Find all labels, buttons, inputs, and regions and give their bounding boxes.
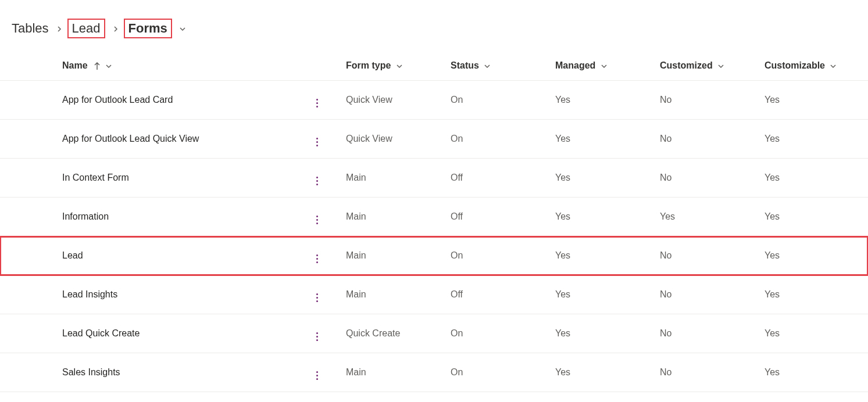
table-row[interactable]: Sales InsightsMainOnYesNoYes	[0, 353, 868, 392]
chevron-down-icon	[601, 63, 608, 70]
table-row[interactable]: App for Outlook Lead CardQuick ViewOnYes…	[0, 81, 868, 120]
table-row[interactable]: Lead InsightsMainOffYesNoYes	[0, 275, 868, 314]
chevron-down-icon	[830, 63, 837, 70]
column-label: Customizable	[765, 60, 825, 70]
row-actions-cell	[306, 120, 341, 159]
row-select-cell[interactable]	[0, 353, 62, 392]
customized-cell: No	[655, 81, 760, 120]
form-name[interactable]: Lead Quick Create	[62, 314, 306, 353]
customizable-cell: Yes	[760, 81, 868, 120]
column-label: Customized	[660, 60, 713, 70]
breadcrumb: Tables Lead Forms	[0, 0, 868, 52]
column-header-status[interactable]: Status	[446, 52, 551, 81]
column-header-formtype[interactable]: Form type	[341, 52, 446, 81]
customizable-cell: Yes	[760, 159, 868, 198]
column-header-select[interactable]	[0, 52, 62, 81]
table-row[interactable]: Lead Quick CreateQuick CreateOnYesNoYes	[0, 314, 868, 353]
customized-cell: No	[655, 159, 760, 198]
customizable-cell: Yes	[760, 236, 868, 275]
status-cell: Off	[446, 159, 551, 198]
status-cell: On	[446, 314, 551, 353]
status-cell: Off	[446, 198, 551, 236]
row-actions-cell	[306, 81, 341, 120]
column-header-customizable[interactable]: Customizable	[760, 52, 868, 81]
form-type-cell: Main	[341, 236, 446, 275]
form-name[interactable]: Information	[62, 198, 306, 236]
status-cell: Off	[446, 275, 551, 314]
table-row[interactable]: App for Outlook Lead Quick ViewQuick Vie…	[0, 120, 868, 159]
managed-cell: Yes	[551, 353, 655, 392]
row-select-cell[interactable]	[0, 314, 62, 353]
customizable-cell: Yes	[760, 198, 868, 236]
managed-cell: Yes	[551, 159, 655, 198]
customized-cell: No	[655, 236, 760, 275]
chevron-down-icon	[717, 63, 724, 70]
status-cell: On	[446, 353, 551, 392]
row-select-cell[interactable]	[0, 120, 62, 159]
breadcrumb-tables[interactable]: Tables	[12, 21, 49, 36]
managed-cell: Yes	[551, 314, 655, 353]
form-type-cell: Main	[341, 159, 446, 198]
more-actions-icon[interactable]	[311, 99, 323, 107]
row-select-cell[interactable]	[0, 236, 62, 275]
customizable-cell: Yes	[760, 353, 868, 392]
customized-cell: No	[655, 314, 760, 353]
column-header-actions	[306, 52, 341, 81]
table-row[interactable]: LeadMainOnYesNoYes	[0, 236, 868, 275]
row-actions-cell	[306, 275, 341, 314]
chevron-right-icon	[53, 23, 63, 34]
status-cell: On	[446, 120, 551, 159]
form-name[interactable]: App for Outlook Lead Card	[62, 81, 306, 120]
chevron-down-icon	[396, 63, 403, 70]
column-label: Status	[451, 60, 479, 70]
column-header-customized[interactable]: Customized	[655, 52, 760, 81]
forms-table: Name Form type Status Managed	[0, 52, 868, 392]
managed-cell: Yes	[551, 275, 655, 314]
form-name[interactable]: Sales Insights	[62, 353, 306, 392]
customizable-cell: Yes	[760, 314, 868, 353]
status-cell: On	[446, 81, 551, 120]
more-actions-icon[interactable]	[311, 371, 323, 380]
breadcrumb-entity[interactable]: Lead	[67, 19, 105, 38]
row-select-cell[interactable]	[0, 198, 62, 236]
customized-cell: No	[655, 353, 760, 392]
chevron-right-icon	[110, 23, 119, 34]
more-actions-icon[interactable]	[311, 293, 323, 302]
customized-cell: No	[655, 120, 760, 159]
customized-cell: No	[655, 275, 760, 314]
column-label: Form type	[346, 60, 391, 70]
form-name[interactable]: App for Outlook Lead Quick View	[62, 120, 306, 159]
form-type-cell: Quick View	[341, 120, 446, 159]
customizable-cell: Yes	[760, 275, 868, 314]
chevron-down-icon	[105, 63, 112, 70]
table-row[interactable]: InformationMainOffYesYesYes	[0, 198, 868, 236]
table-row[interactable]: In Context FormMainOffYesNoYes	[0, 159, 868, 198]
more-actions-icon[interactable]	[311, 177, 323, 185]
form-type-cell: Quick Create	[341, 314, 446, 353]
customizable-cell: Yes	[760, 120, 868, 159]
form-type-cell: Main	[341, 198, 446, 236]
more-actions-icon[interactable]	[311, 254, 323, 263]
more-actions-icon[interactable]	[311, 332, 323, 341]
customized-cell: Yes	[655, 198, 760, 236]
column-header-name[interactable]: Name	[62, 52, 306, 81]
row-select-cell[interactable]	[0, 81, 62, 120]
row-actions-cell	[306, 353, 341, 392]
chevron-down-icon[interactable]	[177, 21, 186, 36]
row-select-cell[interactable]	[0, 159, 62, 198]
column-header-managed[interactable]: Managed	[551, 52, 655, 81]
form-name[interactable]: Lead Insights	[62, 275, 306, 314]
row-actions-cell	[306, 236, 341, 275]
row-actions-cell	[306, 159, 341, 198]
sort-ascending-icon	[94, 62, 101, 70]
form-name[interactable]: Lead	[62, 236, 306, 275]
status-cell: On	[446, 236, 551, 275]
form-name[interactable]: In Context Form	[62, 159, 306, 198]
breadcrumb-current[interactable]: Forms	[124, 19, 172, 38]
more-actions-icon[interactable]	[311, 216, 323, 224]
more-actions-icon[interactable]	[311, 138, 323, 146]
chevron-down-icon	[484, 63, 491, 70]
row-select-cell[interactable]	[0, 275, 62, 314]
managed-cell: Yes	[551, 120, 655, 159]
form-type-cell: Quick View	[341, 81, 446, 120]
